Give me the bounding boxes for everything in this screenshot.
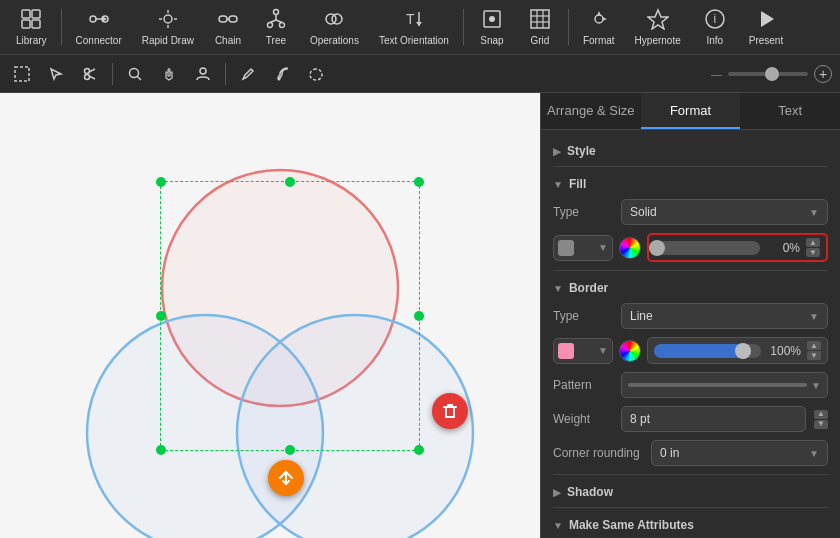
toolbar-info[interactable]: i Info xyxy=(693,4,737,50)
tab-arrange-size[interactable]: Arrange & Size xyxy=(541,93,641,129)
border-weight-row: Weight 8 pt ▲ ▼ xyxy=(553,402,828,436)
shadow-arrow-icon: ▶ xyxy=(553,487,561,498)
border-pattern-slider[interactable]: ▼ xyxy=(621,372,828,398)
tab-format[interactable]: Format xyxy=(641,93,741,129)
toolbar-rapid-draw[interactable]: Rapid Draw xyxy=(134,4,202,50)
toolbar-snap[interactable]: Snap xyxy=(470,4,514,50)
hypernote-label: Hypernote xyxy=(635,35,681,46)
svg-point-18 xyxy=(279,23,284,28)
fill-opacity-slider-row: 0% ▲ ▼ xyxy=(647,233,828,262)
sep-1 xyxy=(61,9,62,45)
hypernote-icon xyxy=(647,8,669,33)
fill-color-wheel[interactable] xyxy=(619,237,641,259)
svg-marker-35 xyxy=(648,10,668,29)
fill-type-label: Type xyxy=(553,205,613,219)
search-tool[interactable] xyxy=(121,60,149,88)
border-color-swatch-dropdown[interactable]: ▼ xyxy=(553,338,613,364)
fill-section-header[interactable]: ▼ Fill xyxy=(553,171,828,195)
tab-text[interactable]: Text xyxy=(740,93,840,129)
zoom-plus-btn[interactable]: + xyxy=(814,65,832,83)
toolbar-hypernote[interactable]: Hypernote xyxy=(627,4,689,50)
svg-rect-13 xyxy=(219,16,227,22)
svg-text:i: i xyxy=(713,12,716,26)
border-type-row: Type Line ▼ xyxy=(553,299,828,333)
arrow-tool[interactable] xyxy=(42,60,70,88)
style-section-label: Style xyxy=(567,144,596,158)
svg-point-44 xyxy=(130,68,139,77)
connector-button[interactable] xyxy=(268,460,304,496)
border-weight-input[interactable]: 8 pt xyxy=(621,406,806,432)
zoom-thumb[interactable] xyxy=(765,67,779,81)
svg-line-21 xyxy=(276,20,282,23)
border-opacity-thumb[interactable] xyxy=(735,343,751,359)
toolbar-grid[interactable]: Grid xyxy=(518,4,562,50)
svg-rect-1 xyxy=(32,10,40,18)
toolbar-format[interactable]: Format xyxy=(575,4,623,50)
toolbar-chain[interactable]: Chain xyxy=(206,4,250,50)
border-pattern-row: Pattern ▼ xyxy=(553,368,828,402)
border-weight-up[interactable]: ▲ xyxy=(814,410,828,419)
style-section-header[interactable]: ▶ Style xyxy=(553,138,828,162)
toolbar-connector[interactable]: Connector xyxy=(68,4,130,50)
fill-opacity-thumb[interactable] xyxy=(649,240,665,256)
svg-point-8 xyxy=(164,15,172,23)
make-same-header: ▼ Make Same Attributes xyxy=(553,512,828,536)
border-section-label: Border xyxy=(569,281,608,295)
border-corner-dropdown[interactable]: 0 in ▼ xyxy=(651,440,828,466)
person-tool[interactable] xyxy=(189,60,217,88)
zoom-slider[interactable] xyxy=(728,72,808,76)
sep-3 xyxy=(568,9,569,45)
toolbar-text-orientation[interactable]: T Text Orientation xyxy=(371,4,457,50)
canvas-area[interactable] xyxy=(0,93,540,538)
divider-shadow xyxy=(553,507,828,508)
border-swatch-arrow: ▼ xyxy=(598,345,608,356)
border-type-dropdown[interactable]: Line ▼ xyxy=(621,303,828,329)
lasso-tool[interactable] xyxy=(302,60,330,88)
toolbar-present[interactable]: Present xyxy=(741,4,791,50)
text-orientation-icon: T xyxy=(403,8,425,33)
border-type-label: Type xyxy=(553,309,613,323)
library-icon xyxy=(20,8,42,33)
fill-opacity-down[interactable]: ▼ xyxy=(806,248,820,257)
select-tool[interactable] xyxy=(8,60,36,88)
tool-sep-1 xyxy=(112,63,113,85)
svg-rect-39 xyxy=(15,67,29,81)
border-opacity-track[interactable] xyxy=(654,344,761,358)
border-opacity-stepper[interactable]: ▲ ▼ xyxy=(807,341,821,360)
fill-color-swatch-dropdown[interactable]: ▼ xyxy=(553,235,613,261)
toolbar-operations[interactable]: Operations xyxy=(302,4,367,50)
zoom-minus: — xyxy=(711,68,722,80)
border-section-header[interactable]: ▼ Border xyxy=(553,275,828,299)
svg-rect-33 xyxy=(531,10,549,28)
pen-tool[interactable] xyxy=(234,60,262,88)
chain-label: Chain xyxy=(215,35,241,46)
make-same-arrow-icon: ▼ xyxy=(553,520,563,531)
svg-rect-2 xyxy=(22,20,30,28)
fill-type-dropdown[interactable]: Solid ▼ xyxy=(621,199,828,225)
shadow-section-header[interactable]: ▶ Shadow xyxy=(553,479,828,503)
border-weight-stepper[interactable]: ▲ ▼ xyxy=(814,410,828,429)
fill-opacity-up[interactable]: ▲ xyxy=(806,238,820,247)
tool-sep-2 xyxy=(225,63,226,85)
border-weight-down[interactable]: ▼ xyxy=(814,420,828,429)
delete-button[interactable] xyxy=(432,393,468,429)
format-icon xyxy=(588,8,610,33)
border-opacity-up[interactable]: ▲ xyxy=(807,341,821,350)
tree-icon xyxy=(265,8,287,33)
connector-icon xyxy=(88,8,110,33)
fill-opacity-stepper[interactable]: ▲ ▼ xyxy=(806,238,820,257)
svg-point-17 xyxy=(267,23,272,28)
brush-tool[interactable] xyxy=(268,60,296,88)
pan-tool[interactable] xyxy=(155,60,183,88)
fill-opacity-track[interactable] xyxy=(655,241,760,255)
svg-line-20 xyxy=(270,20,276,23)
fill-type-row: Type Solid ▼ xyxy=(553,195,828,229)
toolbar-tree[interactable]: Tree xyxy=(254,4,298,50)
scissors-tool[interactable] xyxy=(76,60,104,88)
svg-rect-3 xyxy=(32,20,40,28)
toolbar-library[interactable]: Library xyxy=(8,4,55,50)
grid-label: Grid xyxy=(530,35,549,46)
border-opacity-down[interactable]: ▼ xyxy=(807,351,821,360)
divider-style xyxy=(553,166,828,167)
border-color-wheel[interactable] xyxy=(619,340,641,362)
